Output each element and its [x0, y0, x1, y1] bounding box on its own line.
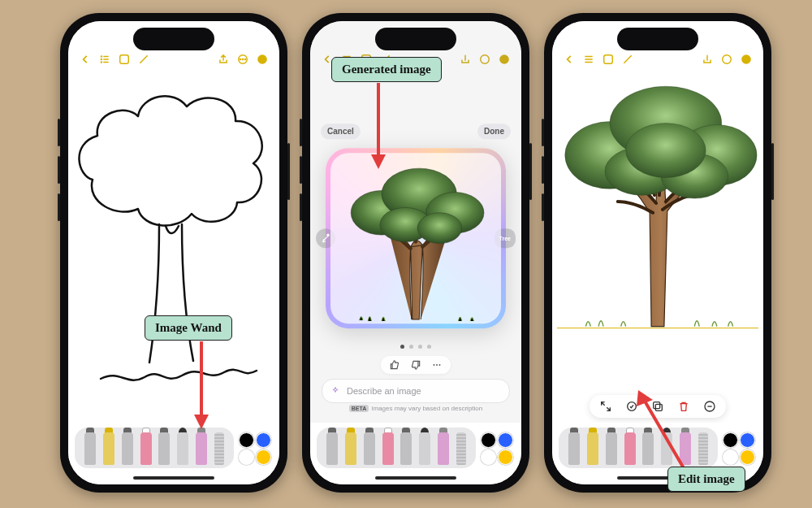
svg-point-0	[101, 56, 102, 57]
lasso-tool[interactable]	[400, 432, 412, 465]
done-icon[interactable]	[499, 54, 510, 65]
generated-image[interactable]	[330, 153, 501, 323]
thumbs-up-icon[interactable]	[389, 359, 400, 371]
share-icon[interactable]	[460, 54, 471, 65]
color-palette[interactable]	[723, 432, 755, 465]
color-blue[interactable]	[256, 432, 271, 448]
svg-point-10	[244, 59, 245, 59]
checklist-icon[interactable]	[119, 54, 130, 65]
color-palette[interactable]	[239, 432, 271, 465]
done-button[interactable]: Done	[477, 124, 511, 139]
ruler-tool[interactable]	[456, 432, 466, 465]
lasso-tool[interactable]	[158, 432, 170, 465]
svg-rect-6	[120, 55, 129, 64]
prompt-input[interactable]: Describe an image	[322, 379, 510, 403]
eraser-tool[interactable]	[382, 432, 394, 465]
marker-tool[interactable]	[345, 432, 356, 465]
highlighter-tool[interactable]	[364, 432, 375, 465]
done-icon[interactable]	[257, 54, 268, 65]
checklist-icon[interactable]	[603, 54, 614, 65]
color-yellow[interactable]	[740, 449, 755, 465]
svg-point-18	[327, 234, 329, 236]
svg-point-11	[257, 54, 267, 64]
color-yellow[interactable]	[498, 449, 513, 465]
pen-tool[interactable]	[84, 432, 96, 465]
drawing-toolbar	[68, 423, 279, 484]
edit-more-icon[interactable]	[703, 400, 716, 413]
color-white[interactable]	[239, 449, 254, 465]
screen	[68, 21, 279, 484]
placed-tree-image[interactable]	[554, 73, 762, 333]
svg-point-32	[741, 54, 751, 64]
svg-point-25	[436, 364, 438, 366]
share-icon[interactable]	[702, 54, 713, 65]
svg-point-23	[417, 213, 462, 244]
marker-tool[interactable]	[103, 432, 114, 465]
color-black[interactable]	[723, 432, 738, 448]
highlighter-tool[interactable]	[606, 432, 617, 465]
draw-icon[interactable]	[622, 54, 633, 65]
screen: Cancel Done Tree	[310, 21, 521, 484]
pencil-tool[interactable]	[419, 432, 430, 465]
pen-tool[interactable]	[568, 432, 580, 465]
color-black[interactable]	[239, 432, 254, 448]
thumbs-down-icon[interactable]	[410, 359, 421, 371]
done-icon[interactable]	[741, 54, 752, 65]
sparkle-icon	[330, 386, 340, 396]
image-wand-tool[interactable]	[438, 432, 449, 465]
dynamic-island	[375, 28, 456, 50]
pencil-tool[interactable]	[177, 432, 188, 465]
draw-icon[interactable]	[138, 54, 149, 65]
list-icon[interactable]	[99, 54, 110, 65]
color-white[interactable]	[481, 449, 496, 465]
svg-line-49	[643, 398, 684, 468]
color-black[interactable]	[481, 432, 496, 448]
color-yellow[interactable]	[256, 449, 271, 465]
cancel-button[interactable]: Cancel	[321, 124, 361, 139]
image-wand-tool[interactable]	[196, 432, 207, 465]
dot[interactable]	[427, 345, 431, 349]
generated-image-card: Cancel Done Tree	[326, 148, 506, 328]
page-dots	[400, 345, 431, 349]
eraser-tool[interactable]	[140, 432, 152, 465]
tools-tray	[317, 428, 476, 468]
drawing-canvas[interactable]	[68, 70, 279, 423]
dot[interactable]	[418, 345, 422, 349]
resize-icon[interactable]	[599, 400, 612, 413]
svg-point-17	[499, 54, 509, 64]
callout-generated-image: Generated image	[331, 57, 442, 82]
marker-tool[interactable]	[587, 432, 598, 465]
ruler-tool[interactable]	[698, 432, 708, 465]
phone-generated: Cancel Done Tree	[302, 13, 529, 493]
svg-point-9	[242, 59, 243, 59]
color-blue[interactable]	[498, 432, 513, 448]
dot[interactable]	[409, 345, 413, 349]
color-white[interactable]	[723, 449, 738, 465]
dynamic-island	[133, 28, 214, 50]
home-indicator[interactable]	[133, 476, 214, 480]
phone-sketch	[60, 13, 287, 493]
highlighter-tool[interactable]	[122, 432, 133, 465]
list-icon[interactable]	[583, 54, 594, 65]
home-indicator[interactable]	[375, 476, 456, 480]
more-icon[interactable]	[479, 54, 490, 65]
color-palette[interactable]	[481, 432, 513, 465]
color-blue[interactable]	[740, 432, 755, 448]
more-icon[interactable]	[721, 54, 732, 65]
pen-tool[interactable]	[326, 432, 338, 465]
beta-note: Images may vary based on description	[371, 405, 482, 412]
back-icon[interactable]	[80, 54, 91, 65]
svg-point-16	[481, 55, 490, 64]
sketch-tree-drawing	[68, 70, 279, 419]
svg-point-2	[101, 59, 102, 59]
feedback-more-icon[interactable]	[431, 359, 443, 371]
back-icon[interactable]	[564, 54, 575, 65]
arrow-image-wand	[192, 341, 216, 434]
dot[interactable]	[400, 345, 404, 349]
drawing-canvas[interactable]	[552, 70, 763, 423]
ruler-tool[interactable]	[214, 432, 224, 465]
more-icon[interactable]	[237, 54, 248, 65]
share-icon[interactable]	[218, 54, 229, 65]
svg-point-24	[434, 364, 435, 366]
svg-marker-46	[194, 415, 209, 429]
